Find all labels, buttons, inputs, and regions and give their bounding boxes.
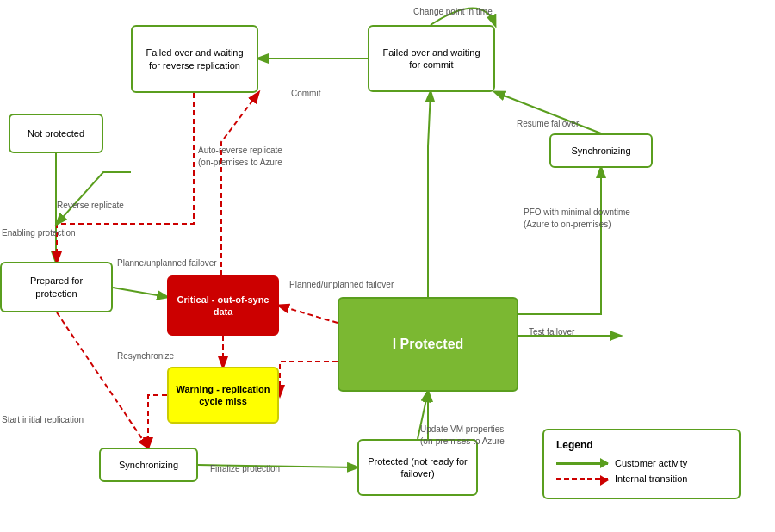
legend-internal-row: Internal transition [556,473,727,484]
svg-line-4 [279,306,338,323]
commit-label: Commit [291,89,320,98]
failed-over-commit-node: Failed over and waiting for commit [368,25,495,92]
warning-replication-node: Warning - replication cycle miss [167,367,279,424]
enabling-protection-label: Enabling protection [2,228,76,238]
failed-over-reverse-label: Failed over and waiting for reverse repl… [140,46,250,71]
planned-unplanned1-label: Planne/unplanned failover [117,258,217,268]
prepared-for-protection-label: Prepared for protection [9,275,104,300]
legend-internal-label: Internal transition [615,473,687,484]
critical-out-of-sync-node: Critical - out-of-sync data [167,275,279,336]
update-vm-label: Update VM properties(on-premises to Azur… [420,424,505,448]
synchronizing-top-node: Synchronizing [549,133,653,168]
protected-main-node: I Protected [338,297,518,392]
change-point-label: Change point in time [413,7,493,16]
legend-customer-row: Customer activity [556,458,727,468]
warning-label: Warning - replication cycle miss [176,383,270,408]
prepared-for-protection-node: Prepared for protection [0,262,113,312]
auto-reverse-label: Auto-reverse replicate(on-premises to Az… [198,145,282,169]
finalize-label: Finalize protection [210,464,280,473]
legend-solid-arrow [556,462,608,465]
legend-title: Legend [556,439,727,451]
legend-dashed-arrow [556,478,608,480]
synchronizing-bottom-node: Synchronizing [99,448,198,482]
resume-failover-label: Resume failover [517,119,579,128]
synchronizing-bottom-label: Synchronizing [119,459,178,471]
planned-unplanned2-label: Planned/unplanned failover [289,280,394,289]
failed-over-reverse-node: Failed over and waiting for reverse repl… [131,25,258,93]
reverse-replicate-label: Reverse replicate [57,201,124,210]
start-initial-label: Start initial replication [2,415,84,424]
resynchronize-label: Resynchronize [117,351,174,361]
svg-line-1 [57,312,148,448]
failed-over-commit-label: Failed over and waiting for commit [376,46,487,71]
pfo-label: PFO with minimal downtime(Azure to on-pr… [524,207,630,231]
synchronizing-top-label: Synchronizing [571,145,630,157]
not-protected-label: Not protected [28,127,84,139]
legend-customer-label: Customer activity [615,458,687,468]
test-failover-label: Test failover [529,327,574,337]
protected-not-ready-label: Protected (not ready for failover) [366,455,469,480]
diagram-container: Not protected Prepared for protection Fa… [0,0,775,532]
not-protected-node: Not protected [9,114,103,153]
critical-label: Critical - out-of-sync data [176,294,270,319]
protected-main-label: I Protected [393,336,464,354]
legend-box: Legend Customer activity Internal transi… [542,429,741,499]
